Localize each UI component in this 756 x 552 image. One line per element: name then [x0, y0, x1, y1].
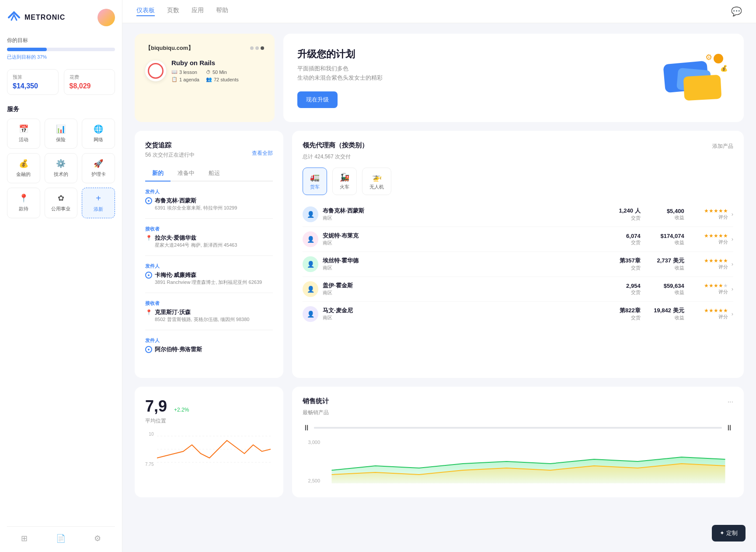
service-item-add[interactable]: + 添新 — [82, 188, 115, 218]
stars-3: ★★★★★ — [684, 258, 728, 264]
service-item-utility[interactable]: ✿ 公用事业 — [45, 188, 78, 218]
dealer-region-4: 南区 — [323, 290, 597, 296]
service-item-care[interactable]: 🚀 护理卡 — [82, 153, 115, 183]
layers-icon[interactable]: ⊞ — [21, 534, 28, 543]
upgrade-text: 升级您的计划 平面插图和我们多色 生动的未混合紫色头发女士的精彩 现在升级 — [297, 48, 383, 108]
dealer-arrow-3[interactable]: › — [732, 261, 733, 267]
sender-icon-3: ● — [145, 272, 152, 279]
dealer-info-1: 布鲁克林·西蒙斯 南区 — [323, 207, 597, 221]
service-item-hospitality[interactable]: 📍 款待 — [7, 188, 40, 218]
service-item-tech[interactable]: ⚙️ 技术的 — [45, 153, 78, 183]
nav-dashboard[interactable]: 仪表板 — [136, 7, 155, 16]
tab-new[interactable]: 新的 — [145, 166, 171, 182]
shipping-titles: 交货追踪 56 次交付正在进行中 — [145, 141, 195, 166]
services-label: 服务 — [7, 105, 115, 113]
course-lessons: 📖 3 lesson — [171, 69, 204, 75]
tab-preparing[interactable]: 准备中 — [171, 166, 202, 182]
sidebar-footer: ⊞ 📄 ⚙ — [7, 526, 115, 543]
avatar[interactable] — [98, 9, 115, 26]
shipping-card: 交货追踪 56 次交付正在进行中 查看全部 新的 准备中 船运 发件人 ● 布鲁… — [135, 131, 283, 378]
course-meta: 📖 3 lesson ⏱ 50 Min 📋 1 agenda — [171, 69, 239, 82]
course-details: Ruby on Rails 📖 3 lesson ⏱ 50 Min — [171, 59, 239, 82]
dealer-arrow-1[interactable]: › — [732, 211, 733, 217]
train-icon: 🚂 — [340, 172, 349, 182]
gear-icon[interactable]: ⚙ — [94, 534, 101, 543]
y-3000: 3,000 — [303, 440, 320, 445]
dealer-row-1: 👤 布鲁克林·西蒙斯 南区 1,240 人 交货 $5,400 收益 — [303, 202, 733, 227]
logo-icon — [7, 10, 21, 24]
dealer-info-3: 埃丝特·霍华德 南区 — [323, 257, 597, 271]
cat-tab-train[interactable]: 🚂 火车 — [332, 168, 357, 195]
add-product-button[interactable]: 添加产品 — [712, 143, 733, 150]
dealer-stat-1: 1,240 人 交货 — [597, 207, 641, 221]
budget-label: 预算 — [13, 74, 53, 80]
dot-2 — [255, 46, 259, 50]
shipping-title: 交货追踪 — [145, 141, 195, 150]
shipping-card-header: 交货追踪 56 次交付正在进行中 查看全部 — [145, 141, 273, 166]
cat-tab-truck[interactable]: 🚛 货车 — [303, 168, 327, 195]
content-area: 【biqubiqu.com】 Ruby on Rails — [122, 23, 756, 552]
dealer-name-2: 安妮特·布莱克 — [323, 232, 597, 240]
stat-val-5: 第822章 — [597, 307, 641, 314]
avg-label: 平均位置 — [145, 417, 273, 425]
dealer-row-2: 👤 安妮特·布莱克 南区 6,074 交货 $174,074 收益 — [303, 227, 733, 252]
stars-2: ★★★★★ — [684, 233, 728, 239]
customize-button[interactable]: ✦ 定制 — [712, 525, 746, 542]
dealer-row-5: 👤 马文·麦金尼 南区 第822章 交货 19,842 美元 收益 — [303, 302, 733, 326]
shipping-entry-2: 接收者 📍 拉尔夫·爱德华兹 星家大道2464号 梅萨, 新泽西州 45463 — [145, 226, 273, 256]
tab-shipping[interactable]: 船运 — [202, 166, 227, 182]
spend-value: $8,029 — [70, 82, 110, 90]
dealer-arrow-4[interactable]: › — [732, 286, 733, 292]
goal-label: 你的目标 — [7, 37, 115, 44]
service-item-network[interactable]: 🌐 网络 — [82, 119, 115, 149]
dot-1 — [250, 46, 254, 50]
topnav: 仪表板 页数 应用 帮助 💬 — [122, 0, 756, 23]
entry-role-1: 发件人 — [145, 189, 273, 195]
upgrade-button[interactable]: 现在升级 — [297, 91, 338, 108]
dealer-table: 👤 布鲁克林·西蒙斯 南区 1,240 人 交货 $5,400 收益 — [303, 202, 733, 326]
range-pause-right[interactable]: ⏸ — [725, 423, 733, 433]
service-item-finance[interactable]: 💰 金融的 — [7, 153, 40, 183]
entry-role-5: 发件人 — [145, 337, 273, 344]
dealer-arrow-5[interactable]: › — [732, 311, 733, 317]
mid-row: 交货追踪 56 次交付正在进行中 查看全部 新的 准备中 船运 发件人 ● 布鲁… — [135, 131, 744, 378]
bottom-row: 7,9 +2.2% 平均位置 10 7.75 — [135, 387, 744, 497]
rev-val-5: 19,842 美元 — [641, 307, 684, 314]
budget-card: 预算 $14,350 — [7, 69, 59, 95]
category-tabs: 🚛 货车 🚂 火车 🚁 无人机 — [303, 168, 733, 195]
course-card: 【biqubiqu.com】 Ruby on Rails — [135, 34, 275, 122]
dealer-row-3: 👤 埃丝特·霍华德 南区 第357章 交货 2,737 美元 收益 — [303, 252, 733, 277]
avg-change: +2.2% — [174, 407, 189, 413]
cat-tab-drone[interactable]: 🚁 无人机 — [362, 168, 391, 195]
dealer-avatar-3: 👤 — [303, 256, 318, 272]
sales-card: 销售统计 ··· 最畅销产品 ⏸ ⏸ 3,000 2,500 — [292, 387, 744, 497]
stat-val-4: 2,954 — [597, 283, 641, 289]
sales-more-button[interactable]: ··· — [728, 398, 733, 406]
stat-val-2: 6,074 — [597, 233, 641, 239]
shipping-tabs: 新的 准备中 船运 — [145, 166, 273, 182]
entry-role-2: 接收者 — [145, 226, 273, 232]
utility-icon: ✿ — [58, 193, 64, 203]
chat-icon[interactable]: 💬 — [731, 6, 742, 17]
view-all-button[interactable]: 查看全部 — [252, 150, 273, 157]
service-item-insurance[interactable]: 📊 保险 — [45, 119, 78, 149]
dealer-region-2: 南区 — [323, 240, 597, 246]
file-icon[interactable]: 📄 — [56, 534, 66, 543]
avg-chart — [157, 432, 271, 467]
network-icon: 🌐 — [94, 124, 103, 134]
goal-section: 你的目标 已达到目标的 37% — [7, 37, 115, 60]
rev-val-2: $174,074 — [641, 233, 684, 239]
service-name-add: 添新 — [94, 206, 103, 213]
nav-help[interactable]: 帮助 — [216, 7, 228, 16]
dealer-info-4: 盖伊·霍金斯 南区 — [323, 282, 597, 296]
nav-apps[interactable]: 应用 — [192, 7, 204, 16]
nav-pages[interactable]: 页数 — [167, 7, 179, 16]
dealer-arrow-2[interactable]: › — [732, 236, 733, 242]
dealer-revenue-1: $5,400 收益 — [641, 208, 684, 221]
chart-y-labels: 10 7.75 — [145, 432, 273, 467]
range-pause-left[interactable]: ⏸ — [303, 423, 310, 433]
service-item-activity[interactable]: 📅 活动 — [7, 119, 40, 149]
range-slider-track[interactable] — [314, 427, 722, 429]
stat-val-1: 1,240 人 — [597, 207, 641, 215]
activity-icon: 📅 — [19, 124, 28, 134]
